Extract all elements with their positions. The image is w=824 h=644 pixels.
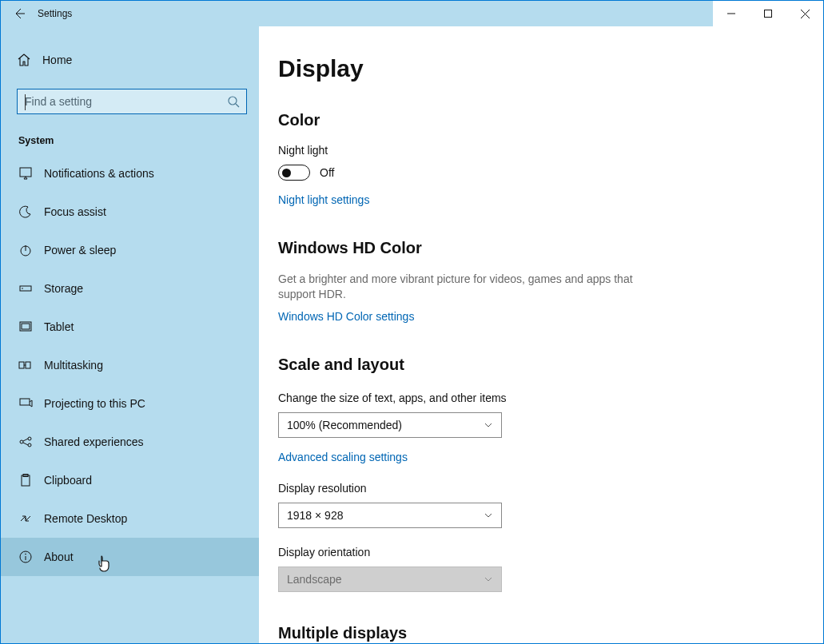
text-size-label: Change the size of text, apps, and other… bbox=[278, 392, 801, 404]
sidebar-item-about[interactable]: About bbox=[1, 538, 259, 576]
sidebar-item-label: Notifications & actions bbox=[36, 167, 154, 180]
search-box[interactable] bbox=[17, 89, 247, 114]
chevron-down-icon bbox=[484, 420, 493, 430]
page-title: Display bbox=[278, 55, 801, 82]
notifications-icon bbox=[18, 166, 36, 181]
search-input[interactable] bbox=[18, 95, 246, 108]
svg-rect-2 bbox=[20, 168, 31, 177]
sidebar-item-remote-desktop[interactable]: Remote Desktop bbox=[1, 499, 259, 538]
night-light-settings-link[interactable]: Night light settings bbox=[278, 193, 369, 206]
settings-window: Settings Home bbox=[0, 0, 824, 644]
text-size-select[interactable]: 100% (Recommended) bbox=[278, 412, 502, 438]
night-light-label: Night light bbox=[278, 144, 801, 157]
svg-rect-9 bbox=[26, 362, 30, 368]
sidebar-item-label: Shared experiences bbox=[36, 435, 144, 448]
titlebar: Settings bbox=[1, 1, 823, 26]
section-scale-heading: Scale and layout bbox=[278, 356, 801, 374]
svg-point-17 bbox=[25, 554, 26, 555]
remote-icon bbox=[18, 511, 36, 526]
sidebar-item-label: Storage bbox=[36, 282, 83, 295]
info-icon bbox=[18, 550, 36, 564]
section-hdcolor-heading: Windows HD Color bbox=[278, 239, 801, 257]
advanced-scaling-link[interactable]: Advanced scaling settings bbox=[278, 451, 408, 463]
close-button[interactable] bbox=[786, 1, 823, 26]
chevron-down-icon bbox=[484, 574, 493, 584]
sidebar-item-label: Focus assist bbox=[36, 205, 106, 218]
resolution-label: Display resolution bbox=[278, 482, 801, 495]
sidebar-item-power-sleep[interactable]: Power & sleep bbox=[1, 231, 259, 269]
sidebar-item-clipboard[interactable]: Clipboard bbox=[1, 461, 259, 499]
section-color-heading: Color bbox=[278, 111, 801, 129]
hdcolor-settings-link[interactable]: Windows HD Color settings bbox=[278, 310, 414, 323]
sidebar-item-projecting[interactable]: Projecting to this PC bbox=[1, 384, 259, 423]
svg-rect-7 bbox=[22, 324, 30, 329]
search-icon bbox=[227, 95, 240, 108]
sidebar-item-label: Tablet bbox=[36, 320, 74, 333]
multitasking-icon bbox=[18, 358, 36, 372]
storage-icon bbox=[18, 281, 36, 296]
minimize-button[interactable] bbox=[713, 1, 750, 26]
home-label: Home bbox=[34, 54, 72, 66]
night-light-toggle[interactable] bbox=[278, 165, 310, 181]
chevron-down-icon bbox=[484, 511, 493, 520]
svg-point-1 bbox=[229, 97, 237, 105]
orientation-select: Landscape bbox=[278, 566, 502, 592]
svg-rect-10 bbox=[20, 399, 30, 405]
orientation-label: Display orientation bbox=[278, 546, 801, 559]
sidebar-item-notifications[interactable]: Notifications & actions bbox=[1, 154, 259, 193]
shared-icon bbox=[18, 435, 36, 449]
sidebar: Home System Notifications & actions bbox=[1, 26, 259, 643]
power-icon bbox=[18, 243, 36, 257]
resolution-select[interactable]: 1918 × 928 bbox=[278, 503, 502, 528]
section-multiple-displays-heading: Multiple displays bbox=[278, 624, 801, 642]
sidebar-item-storage[interactable]: Storage bbox=[1, 269, 259, 308]
tablet-icon bbox=[18, 320, 36, 334]
home-button[interactable]: Home bbox=[1, 42, 259, 78]
sidebar-item-multitasking[interactable]: Multitasking bbox=[1, 346, 259, 384]
sidebar-item-label: About bbox=[36, 551, 74, 563]
svg-point-11 bbox=[20, 440, 23, 443]
maximize-button[interactable] bbox=[750, 1, 786, 26]
clipboard-icon bbox=[18, 473, 36, 487]
sidebar-item-focus-assist[interactable]: Focus assist bbox=[1, 193, 259, 231]
back-button[interactable] bbox=[1, 1, 38, 26]
resolution-value: 1918 × 928 bbox=[287, 509, 343, 522]
svg-point-13 bbox=[28, 443, 31, 447]
sidebar-item-label: Clipboard bbox=[36, 474, 92, 487]
svg-point-12 bbox=[28, 437, 31, 440]
svg-rect-8 bbox=[19, 362, 24, 368]
orientation-value: Landscape bbox=[287, 573, 342, 586]
hdcolor-desc: Get a brighter and more vibrant picture … bbox=[278, 272, 646, 302]
sidebar-item-shared-experiences[interactable]: Shared experiences bbox=[1, 423, 259, 461]
night-light-state: Off bbox=[320, 166, 334, 179]
moon-icon bbox=[18, 205, 36, 219]
home-icon bbox=[17, 53, 34, 67]
projecting-icon bbox=[18, 396, 36, 411]
sidebar-item-label: Power & sleep bbox=[36, 244, 116, 256]
sidebar-section-title: System bbox=[1, 114, 259, 154]
mouse-cursor-icon bbox=[97, 555, 111, 573]
main-content: Display Color Night light Off Night ligh… bbox=[259, 26, 823, 643]
text-size-value: 100% (Recommended) bbox=[287, 419, 402, 431]
svg-point-5 bbox=[22, 288, 23, 289]
sidebar-item-label: Multitasking bbox=[36, 359, 103, 372]
sidebar-item-label: Remote Desktop bbox=[36, 512, 127, 525]
toggle-knob bbox=[282, 169, 291, 177]
window-title: Settings bbox=[38, 8, 72, 19]
sidebar-item-tablet[interactable]: Tablet bbox=[1, 308, 259, 346]
sidebar-item-label: Projecting to this PC bbox=[36, 397, 145, 410]
svg-rect-4 bbox=[20, 286, 31, 291]
svg-rect-0 bbox=[765, 10, 772, 18]
